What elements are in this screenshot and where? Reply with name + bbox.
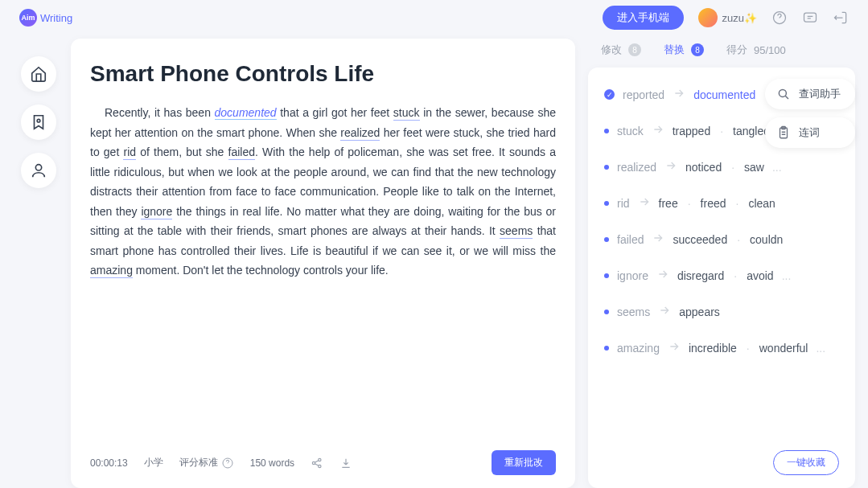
suggestion-item[interactable]: failedsucceeded·couldn (604, 232, 839, 247)
arrow-right-icon (652, 123, 664, 138)
tab-badge: 8 (691, 43, 704, 56)
separator: · (736, 197, 739, 210)
search-icon (776, 87, 791, 101)
tabs-bar: 修改 8 替换 8 得分 95/100 (588, 39, 855, 68)
floating-tools: 查词助手 连词 (765, 79, 855, 148)
logout-icon[interactable] (833, 10, 849, 26)
essay-title: Smart Phone Controls Life (90, 61, 556, 87)
suggested-word[interactable]: trapped (673, 125, 710, 137)
arrow-right-icon (668, 340, 681, 355)
bullet-icon (604, 273, 609, 278)
essay-text: Recently, it has been (105, 106, 215, 119)
suggested-word[interactable]: saw (744, 161, 764, 174)
bullet-icon (604, 346, 609, 351)
avatar (698, 8, 718, 27)
svg-point-8 (779, 89, 786, 96)
highlight-stuck[interactable]: stuck (393, 106, 420, 121)
original-word: stuck (617, 125, 644, 137)
suggested-word[interactable]: succeeded (673, 233, 727, 246)
suggested-word[interactable]: freed (701, 197, 726, 210)
separator: · (734, 269, 737, 282)
right-column: 修改 8 替换 8 得分 95/100 ✓reporteddocumenteds… (588, 39, 855, 488)
svg-rect-1 (804, 13, 817, 22)
essay-footer: 00:00:13 小学 评分标准 150 words 重新批改 (90, 441, 556, 475)
info-icon (221, 457, 234, 470)
suggested-word[interactable]: free (659, 197, 678, 210)
bullet-icon (604, 201, 609, 206)
logo-icon: Aim (19, 9, 37, 27)
suggested-word[interactable]: couldn (750, 233, 783, 246)
original-word: reported (623, 88, 664, 101)
bullet-icon (604, 129, 609, 133)
arrow-right-icon (638, 195, 651, 211)
tool-label: 连词 (799, 125, 820, 140)
suggestion-item[interactable]: amazingincredible·wonderful ... (604, 340, 839, 355)
feedback-icon[interactable] (802, 10, 818, 26)
check-icon: ✓ (604, 89, 615, 100)
tab-label: 修改 (601, 43, 622, 57)
bullet-icon (604, 310, 609, 314)
essay-body[interactable]: Recently, it has been documented that a … (90, 103, 556, 441)
suggested-word[interactable]: noticed (685, 161, 722, 174)
dictionary-tool[interactable]: 查词助手 (765, 79, 855, 109)
arrow-right-icon (658, 304, 671, 319)
suggested-word[interactable]: incredible (689, 342, 737, 355)
separator: · (747, 342, 750, 355)
highlight-rid[interactable]: rid (123, 146, 136, 160)
share-icon[interactable] (311, 457, 323, 470)
suggested-word[interactable]: documented (693, 88, 755, 101)
logo[interactable]: Aim Writing (19, 9, 72, 27)
recheck-button[interactable]: 重新批改 (492, 450, 556, 475)
essay-panel: Smart Phone Controls Life Recently, it h… (71, 39, 575, 488)
more-icon[interactable]: ... (782, 269, 792, 282)
separator: · (720, 125, 723, 137)
suggestion-item[interactable]: realizednoticed·saw ... (604, 159, 839, 174)
original-word: realized (617, 161, 656, 174)
mobile-entry-button[interactable]: 进入手机端 (603, 6, 684, 30)
user-area[interactable]: zuzu✨ (698, 8, 757, 27)
highlight-failed[interactable]: failed (228, 146, 255, 160)
home-button[interactable] (21, 56, 56, 92)
criteria-button[interactable]: 评分标准 (179, 456, 234, 470)
suggested-word[interactable]: appears (679, 306, 720, 318)
suggested-word[interactable]: disregard (677, 269, 724, 282)
download-icon[interactable] (339, 457, 352, 470)
tool-label: 查词助手 (799, 87, 841, 101)
tab-badge: 8 (628, 43, 641, 56)
original-word: ignore (617, 269, 648, 282)
svg-point-2 (37, 119, 40, 122)
separator: · (731, 161, 734, 174)
header: Aim Writing 进入手机端 zuzu✨ (0, 0, 868, 35)
main-content: Smart Phone Controls Life Recently, it h… (71, 39, 855, 488)
separator: · (688, 197, 691, 210)
favorite-button[interactable]: 一键收藏 (773, 450, 839, 475)
suggested-word[interactable]: wonderful (759, 342, 808, 355)
tab-corrections[interactable]: 修改 8 (601, 43, 641, 64)
suggestion-item[interactable]: seemsappears (604, 304, 839, 319)
logo-text: Writing (40, 12, 72, 24)
conjunction-tool[interactable]: 连词 (765, 117, 855, 148)
sidebar (19, 56, 58, 188)
timer: 00:00:13 (90, 457, 128, 469)
help-icon[interactable] (771, 10, 788, 26)
highlight-realized[interactable]: realized (340, 126, 380, 141)
highlight-seems[interactable]: seems (500, 224, 533, 239)
suggested-word[interactable]: avoid (747, 269, 773, 282)
original-word: rid (617, 197, 630, 210)
username: zuzu✨ (722, 12, 757, 24)
highlight-ignore[interactable]: ignore (141, 205, 172, 219)
original-word: failed (617, 233, 644, 246)
more-icon[interactable]: ... (816, 342, 825, 355)
tab-score[interactable]: 得分 95/100 (726, 43, 786, 64)
suggestion-item[interactable]: ignoredisregard·avoid ... (604, 268, 839, 283)
tab-replace[interactable]: 替换 8 (664, 43, 704, 64)
arrow-right-icon (673, 87, 685, 102)
highlight-amazing[interactable]: amazing (90, 264, 133, 278)
level-label[interactable]: 小学 (144, 456, 163, 470)
bookmark-button[interactable] (21, 105, 56, 140)
highlight-documented[interactable]: documented (215, 106, 277, 120)
suggestion-item[interactable]: ridfree·freed·clean (604, 195, 839, 211)
more-icon[interactable]: ... (772, 161, 782, 174)
profile-button[interactable] (21, 153, 56, 188)
suggested-word[interactable]: clean (748, 197, 775, 210)
